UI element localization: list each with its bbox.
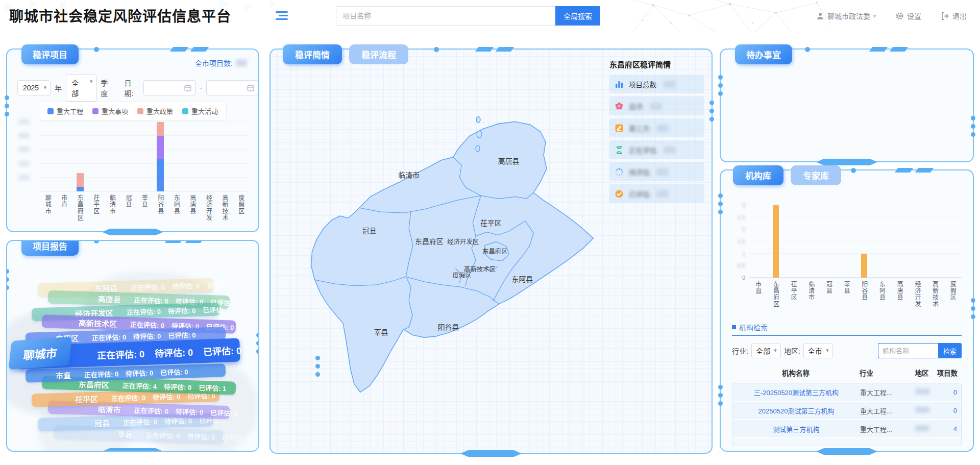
redacted-value xyxy=(656,168,669,176)
bar-segment[interactable] xyxy=(157,136,164,159)
industry-select[interactable]: 全部 xyxy=(751,343,781,358)
redacted-value xyxy=(650,103,662,110)
legend-item[interactable]: 重大活动 xyxy=(182,106,218,116)
chart-category-column xyxy=(873,205,891,278)
chart-columns xyxy=(40,122,249,191)
date-start-input[interactable] xyxy=(143,80,195,95)
institution-project-count[interactable]: 0 xyxy=(936,388,961,396)
bar-segment[interactable] xyxy=(77,187,84,191)
chart-category-column xyxy=(909,205,926,278)
institution-name-link[interactable]: 测试第三方机构 xyxy=(732,424,860,434)
redacted-area xyxy=(915,425,929,431)
map-label-东昌府区[interactable]: 东昌府区 xyxy=(482,248,508,255)
quarter-select[interactable]: 全部 xyxy=(66,74,96,102)
bar-segment[interactable] xyxy=(157,122,164,136)
panel-institutions: 机构库 专家库 00.511.522.53 市直东昌府区茌平区临清市冠县莘县阳谷… xyxy=(720,169,974,452)
institution-search-button[interactable]: 检索 xyxy=(938,343,962,358)
table-row: 三-20250520测试第三方机构重大工程...0 xyxy=(732,383,961,402)
map-label-度假区[interactable]: 度假区 xyxy=(453,272,472,279)
overlay-stat-label: 已评估: xyxy=(629,189,651,199)
map-label-东阿县[interactable]: 东阿县 xyxy=(512,275,533,283)
institutions-chart-x-labels: 市直东昌府区茌平区临清市冠县莘县阳谷县东阿县高唐县经济开发高新技术度假区 xyxy=(749,281,962,321)
map-label-茌平区[interactable]: 茌平区 xyxy=(480,219,502,227)
settings-button[interactable]: 设置 xyxy=(895,11,921,21)
bar-segment[interactable] xyxy=(77,173,84,187)
map-outer-boundary xyxy=(311,121,594,392)
global-search-input[interactable] xyxy=(336,6,555,26)
x-axis-label: 临清市 xyxy=(104,194,120,230)
x-axis-label: 高唐县 xyxy=(185,194,201,230)
tab-institution-library[interactable]: 机构库 xyxy=(733,165,783,185)
flower-icon xyxy=(615,102,624,111)
year-select[interactable]: 2025 xyxy=(17,80,51,95)
chart-category-column xyxy=(40,122,56,191)
legend-swatch xyxy=(47,108,54,114)
legend-item[interactable]: 重大政策 xyxy=(137,106,173,116)
institution-industry: 重大工程... xyxy=(860,424,909,434)
map-label-阳谷县[interactable]: 阳谷县 xyxy=(438,323,459,331)
region-name: 高新技术区 xyxy=(79,317,117,329)
bar-stack[interactable] xyxy=(157,122,164,191)
x-axis-label: 高新技术 xyxy=(217,194,233,230)
institutions-bar-chart: 00.511.522.53 xyxy=(749,205,962,278)
date-end-input[interactable] xyxy=(206,80,258,95)
tab-assessment-brief[interactable]: 稳评简情 xyxy=(283,44,342,64)
bar[interactable] xyxy=(773,205,779,278)
area-select[interactable]: 全市 xyxy=(803,343,833,358)
chart-category-column xyxy=(168,122,185,191)
map-label-临清市[interactable]: 临清市 xyxy=(398,171,420,179)
tab-expert-library[interactable]: 专家库 xyxy=(791,165,841,185)
chart-legend: 重大工程重大事项重大政策重大活动 xyxy=(39,102,227,120)
bar-segment[interactable] xyxy=(157,159,164,191)
x-axis-label: 度假区 xyxy=(233,194,249,230)
map-label-高唐县[interactable]: 高唐县 xyxy=(498,157,520,165)
institution-name-link[interactable]: 20250520测试第三方机构 xyxy=(732,406,860,415)
legend-swatch xyxy=(137,108,143,114)
institution-name-link[interactable]: 三-20250520测试第三方机构 xyxy=(732,387,860,397)
chart-category-column xyxy=(820,205,838,278)
menu-icon[interactable] xyxy=(276,11,289,21)
region-stats: 正在评估: 0待评估: 0已评估: 0 xyxy=(127,304,231,316)
bar[interactable] xyxy=(861,254,867,278)
table-row: 测试第三方机构重大工程...4 xyxy=(732,420,961,438)
map-label-冠县[interactable]: 冠县 xyxy=(362,227,377,235)
user-menu[interactable]: 聊城市政法委 ▾ xyxy=(816,11,876,21)
bar-stack[interactable] xyxy=(77,173,84,191)
y-axis-tick-label: 1 xyxy=(731,251,745,257)
redacted-y-tick xyxy=(18,175,30,180)
x-axis-label: 莘县 xyxy=(136,194,153,230)
logout-icon xyxy=(941,12,949,20)
redacted-value xyxy=(236,59,247,66)
tab-assessment-flow[interactable]: 稳评流程 xyxy=(349,44,408,64)
settings-label: 设置 xyxy=(907,11,921,21)
legend-label: 重大事项 xyxy=(102,106,128,116)
redacted-value xyxy=(664,81,676,88)
x-axis-label: 茌平区 xyxy=(88,194,105,230)
panel-project-reports: 项目报告 东阿县正在评估: 0待评估: 0已评估: 0高唐县正在评估: 0待评估… xyxy=(6,240,259,452)
header: 聊城市社会稳定风险评估信息平台 全局搜索 聊城市政法委 ▾ 设置 退出 xyxy=(0,0,980,32)
institution-project-count[interactable]: 4 xyxy=(936,425,961,433)
institution-project-count[interactable]: 0 xyxy=(936,407,961,414)
global-search-button[interactable]: 全局搜索 xyxy=(555,6,600,26)
redacted-area xyxy=(915,388,929,395)
chart-category-column xyxy=(56,122,72,191)
chart-category-column xyxy=(838,205,855,278)
legend-item[interactable]: 重大事项 xyxy=(92,106,128,116)
redacted-area xyxy=(915,407,929,413)
map-label-经济开发区[interactable]: 经济开发区 xyxy=(447,238,479,246)
chart-category-column xyxy=(767,205,785,278)
legend-label: 重大工程 xyxy=(57,106,83,116)
legend-item[interactable]: 重大工程 xyxy=(47,106,83,116)
institution-name-input[interactable] xyxy=(878,343,938,358)
logout-button[interactable]: 退出 xyxy=(941,11,967,21)
logout-label: 退出 xyxy=(952,11,967,21)
liaocheng-district-map[interactable]: 临清市高唐县冠县茌平区东昌府区经济开发区东昌府区高新技术区度假区东阿县莘县阳谷县 xyxy=(283,98,612,397)
x-axis-label: 阳谷县 xyxy=(855,281,873,321)
gear-icon xyxy=(895,12,904,20)
district-brief-overlay: 东昌府区稳评简情 项目总数:自评:第三方:正在评估:待评估:已评估: xyxy=(609,59,704,206)
redacted-value xyxy=(664,146,676,154)
map-label-东昌府区[interactable]: 东昌府区 xyxy=(415,237,444,246)
map-label-莘县[interactable]: 莘县 xyxy=(374,328,388,336)
legend-label: 重大政策 xyxy=(146,106,173,116)
chart-category-column xyxy=(185,122,201,191)
